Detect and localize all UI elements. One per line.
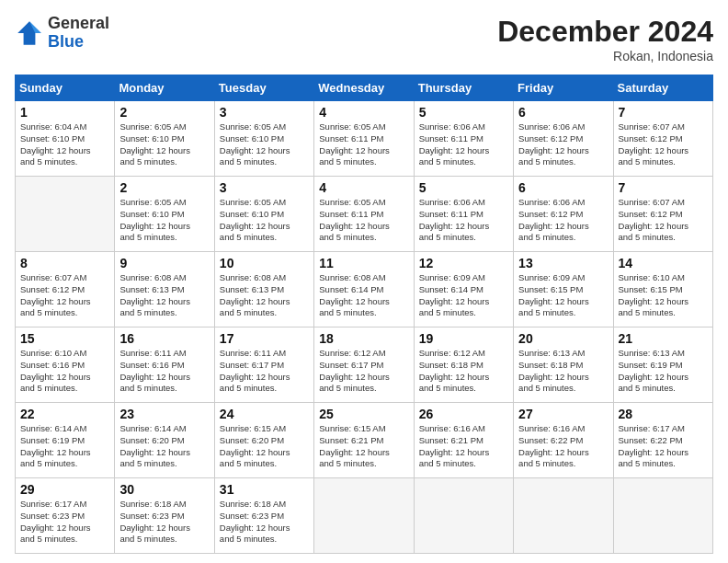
day-info: Sunrise: 6:09 AM Sunset: 6:15 PM Dayligh… (518, 272, 608, 319)
calendar-cell: 3 Sunrise: 6:05 AM Sunset: 6:10 PM Dayli… (214, 101, 313, 177)
day-info: Sunrise: 6:05 AM Sunset: 6:10 PM Dayligh… (220, 197, 309, 244)
day-info: Sunrise: 6:07 AM Sunset: 6:12 PM Dayligh… (619, 197, 708, 244)
calendar-cell: 7 Sunrise: 6:07 AM Sunset: 6:12 PM Dayli… (613, 101, 712, 177)
day-info: Sunrise: 6:07 AM Sunset: 6:12 PM Dayligh… (20, 272, 109, 319)
calendar-row: 2 Sunrise: 6:05 AM Sunset: 6:10 PM Dayli… (16, 177, 713, 252)
calendar-cell: 7 Sunrise: 6:07 AM Sunset: 6:12 PM Dayli… (613, 177, 712, 252)
day-info: Sunrise: 6:05 AM Sunset: 6:10 PM Dayligh… (220, 121, 309, 168)
day-number: 13 (518, 256, 608, 270)
day-number: 26 (419, 407, 508, 421)
calendar-cell: 4 Sunrise: 6:05 AM Sunset: 6:11 PM Dayli… (314, 101, 414, 177)
day-info: Sunrise: 6:11 AM Sunset: 6:16 PM Dayligh… (119, 348, 209, 395)
col-monday: Monday (115, 75, 214, 101)
day-info: Sunrise: 6:05 AM Sunset: 6:10 PM Dayligh… (119, 197, 209, 244)
day-info: Sunrise: 6:05 AM Sunset: 6:11 PM Dayligh… (319, 197, 408, 244)
calendar-cell: 1 Sunrise: 6:04 AM Sunset: 6:10 PM Dayli… (16, 101, 115, 177)
calendar-cell (613, 478, 712, 554)
title-block: December 2024 Rokan, Indonesia (497, 15, 713, 63)
calendar-cell: 5 Sunrise: 6:06 AM Sunset: 6:11 PM Dayli… (414, 177, 513, 252)
calendar-cell (314, 478, 414, 554)
day-number: 20 (518, 331, 608, 346)
calendar-cell: 19 Sunrise: 6:12 AM Sunset: 6:18 PM Dayl… (414, 327, 513, 403)
day-number: 11 (319, 256, 408, 270)
location: Rokan, Indonesia (497, 49, 713, 63)
day-info: Sunrise: 6:07 AM Sunset: 6:12 PM Dayligh… (619, 121, 708, 168)
day-number: 25 (319, 407, 408, 421)
day-number: 28 (619, 407, 708, 421)
calendar-cell: 17 Sunrise: 6:11 AM Sunset: 6:17 PM Dayl… (214, 327, 313, 403)
day-info: Sunrise: 6:06 AM Sunset: 6:11 PM Dayligh… (419, 121, 508, 168)
day-number: 21 (619, 331, 708, 346)
day-number: 14 (619, 256, 708, 270)
day-number: 5 (419, 180, 508, 195)
day-number: 30 (119, 482, 209, 497)
calendar-cell: 3 Sunrise: 6:05 AM Sunset: 6:10 PM Dayli… (214, 177, 313, 252)
calendar-row: 1 Sunrise: 6:04 AM Sunset: 6:10 PM Dayli… (16, 101, 713, 177)
calendar-cell: 18 Sunrise: 6:12 AM Sunset: 6:17 PM Dayl… (314, 327, 414, 403)
logo: General Blue (15, 15, 109, 52)
calendar-cell: 6 Sunrise: 6:06 AM Sunset: 6:12 PM Dayli… (514, 101, 613, 177)
day-info: Sunrise: 6:14 AM Sunset: 6:19 PM Dayligh… (20, 423, 109, 470)
calendar-cell: 14 Sunrise: 6:10 AM Sunset: 6:15 PM Dayl… (613, 252, 712, 327)
calendar-cell: 20 Sunrise: 6:13 AM Sunset: 6:18 PM Dayl… (514, 327, 613, 403)
day-info: Sunrise: 6:05 AM Sunset: 6:11 PM Dayligh… (319, 121, 408, 168)
day-number: 17 (220, 331, 309, 346)
day-info: Sunrise: 6:04 AM Sunset: 6:10 PM Dayligh… (20, 121, 109, 168)
day-number: 15 (20, 331, 109, 346)
calendar-cell: 22 Sunrise: 6:14 AM Sunset: 6:19 PM Dayl… (16, 403, 115, 478)
calendar-cell: 21 Sunrise: 6:13 AM Sunset: 6:19 PM Dayl… (613, 327, 712, 403)
calendar-cell: 2 Sunrise: 6:05 AM Sunset: 6:10 PM Dayli… (115, 101, 214, 177)
day-info: Sunrise: 6:12 AM Sunset: 6:18 PM Dayligh… (419, 348, 508, 395)
day-number: 29 (20, 482, 109, 497)
calendar-cell: 8 Sunrise: 6:07 AM Sunset: 6:12 PM Dayli… (16, 252, 115, 327)
calendar-cell: 31 Sunrise: 6:18 AM Sunset: 6:23 PM Dayl… (214, 478, 313, 554)
col-thursday: Thursday (414, 75, 513, 101)
day-number: 10 (220, 256, 309, 270)
day-number: 23 (119, 407, 209, 421)
day-number: 6 (518, 180, 608, 195)
day-number: 9 (119, 256, 209, 270)
day-number: 18 (319, 331, 408, 346)
calendar-cell: 27 Sunrise: 6:16 AM Sunset: 6:22 PM Dayl… (514, 403, 613, 478)
day-info: Sunrise: 6:18 AM Sunset: 6:23 PM Dayligh… (220, 499, 309, 546)
calendar-cell: 4 Sunrise: 6:05 AM Sunset: 6:11 PM Dayli… (314, 177, 414, 252)
calendar-cell: 13 Sunrise: 6:09 AM Sunset: 6:15 PM Dayl… (514, 252, 613, 327)
calendar-cell: 30 Sunrise: 6:18 AM Sunset: 6:23 PM Dayl… (115, 478, 214, 554)
day-number: 2 (119, 180, 209, 195)
logo-icon (15, 18, 44, 48)
day-info: Sunrise: 6:15 AM Sunset: 6:21 PM Dayligh… (319, 423, 408, 470)
day-number: 4 (319, 105, 408, 120)
calendar-row: 8 Sunrise: 6:07 AM Sunset: 6:12 PM Dayli… (16, 252, 713, 327)
calendar-cell: 11 Sunrise: 6:08 AM Sunset: 6:14 PM Dayl… (314, 252, 414, 327)
day-number: 3 (220, 180, 309, 195)
day-number: 19 (419, 331, 508, 346)
day-number: 7 (619, 180, 708, 195)
calendar-table: Sunday Monday Tuesday Wednesday Thursday… (15, 75, 713, 554)
day-info: Sunrise: 6:06 AM Sunset: 6:12 PM Dayligh… (518, 197, 608, 244)
day-number: 22 (20, 407, 109, 421)
calendar-cell: 23 Sunrise: 6:14 AM Sunset: 6:20 PM Dayl… (115, 403, 214, 478)
calendar-cell: 26 Sunrise: 6:16 AM Sunset: 6:21 PM Dayl… (414, 403, 513, 478)
calendar-row: 29 Sunrise: 6:17 AM Sunset: 6:23 PM Dayl… (16, 478, 713, 554)
page-header: General Blue December 2024 Rokan, Indone… (15, 15, 713, 63)
day-info: Sunrise: 6:17 AM Sunset: 6:22 PM Dayligh… (619, 423, 708, 470)
day-number: 5 (419, 105, 508, 120)
logo-general: General (48, 14, 109, 32)
calendar-cell: 12 Sunrise: 6:09 AM Sunset: 6:14 PM Dayl… (414, 252, 513, 327)
calendar-row: 22 Sunrise: 6:14 AM Sunset: 6:19 PM Dayl… (16, 403, 713, 478)
col-tuesday: Tuesday (214, 75, 313, 101)
calendar-cell (414, 478, 513, 554)
calendar-cell: 29 Sunrise: 6:17 AM Sunset: 6:23 PM Dayl… (16, 478, 115, 554)
calendar-cell (16, 177, 115, 252)
col-friday: Friday (514, 75, 613, 101)
day-info: Sunrise: 6:14 AM Sunset: 6:20 PM Dayligh… (119, 423, 209, 470)
calendar-cell (514, 478, 613, 554)
day-number: 16 (119, 331, 209, 346)
logo-blue: Blue (48, 32, 84, 51)
calendar-cell: 9 Sunrise: 6:08 AM Sunset: 6:13 PM Dayli… (115, 252, 214, 327)
day-info: Sunrise: 6:13 AM Sunset: 6:19 PM Dayligh… (619, 348, 708, 395)
day-info: Sunrise: 6:11 AM Sunset: 6:17 PM Dayligh… (220, 348, 309, 395)
day-number: 4 (319, 180, 408, 195)
day-info: Sunrise: 6:06 AM Sunset: 6:12 PM Dayligh… (518, 121, 608, 168)
calendar-cell: 28 Sunrise: 6:17 AM Sunset: 6:22 PM Dayl… (613, 403, 712, 478)
